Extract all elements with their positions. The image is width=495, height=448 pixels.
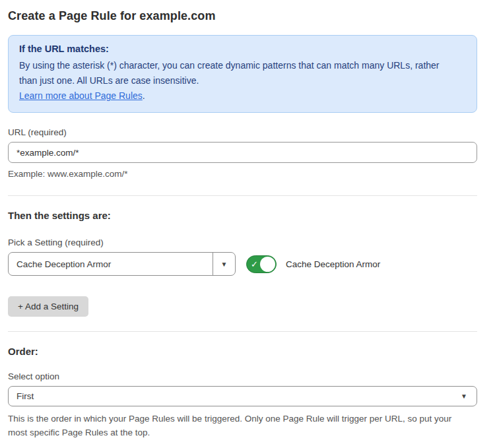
info-box-heading: If the URL matches: xyxy=(19,44,466,54)
setting-toggle[interactable]: ✓ xyxy=(246,255,277,273)
setting-toggle-label: Cache Deception Armor xyxy=(286,259,380,269)
setting-picker-row: Cache Deception Armor ▼ ✓ Cache Deceptio… xyxy=(8,252,477,276)
order-helper-text: This is the order in which your Page Rul… xyxy=(8,412,470,439)
create-page-rule-form: Create a Page Rule for example.com If th… xyxy=(0,0,495,448)
url-helper-text: Example: www.example.com/* xyxy=(8,167,477,181)
url-input[interactable] xyxy=(8,142,477,163)
page-title: Create a Page Rule for example.com xyxy=(8,9,477,23)
check-icon: ✓ xyxy=(251,260,258,269)
order-select-value: First xyxy=(16,391,34,401)
setting-select[interactable]: Cache Deception Armor ▼ xyxy=(8,252,236,276)
info-link-line: Learn more about Page Rules. xyxy=(19,88,466,104)
url-field-label: URL (required) xyxy=(8,127,477,137)
info-link-suffix: . xyxy=(143,90,145,101)
setting-select-value: Cache Deception Armor xyxy=(9,253,213,275)
url-match-info-box: If the URL matches: By using the asteris… xyxy=(8,35,477,113)
section-divider xyxy=(8,195,477,196)
add-setting-button[interactable]: + Add a Setting xyxy=(8,296,88,317)
order-select[interactable]: First ▼ xyxy=(8,386,477,406)
setting-picker-label: Pick a Setting (required) xyxy=(8,238,477,247)
chevron-down-icon[interactable]: ▼ xyxy=(213,253,235,275)
section-divider xyxy=(8,331,477,332)
info-box-body: By using the asterisk (*) character, you… xyxy=(19,58,455,88)
settings-section-heading: Then the settings are: xyxy=(8,210,477,221)
setting-toggle-group: ✓ Cache Deception Armor xyxy=(246,255,380,273)
chevron-down-icon: ▼ xyxy=(461,393,467,400)
learn-more-link[interactable]: Learn more about Page Rules xyxy=(19,90,143,101)
order-select-label: Select option xyxy=(8,371,477,381)
order-section-heading: Order: xyxy=(8,346,477,357)
toggle-knob xyxy=(260,257,275,272)
